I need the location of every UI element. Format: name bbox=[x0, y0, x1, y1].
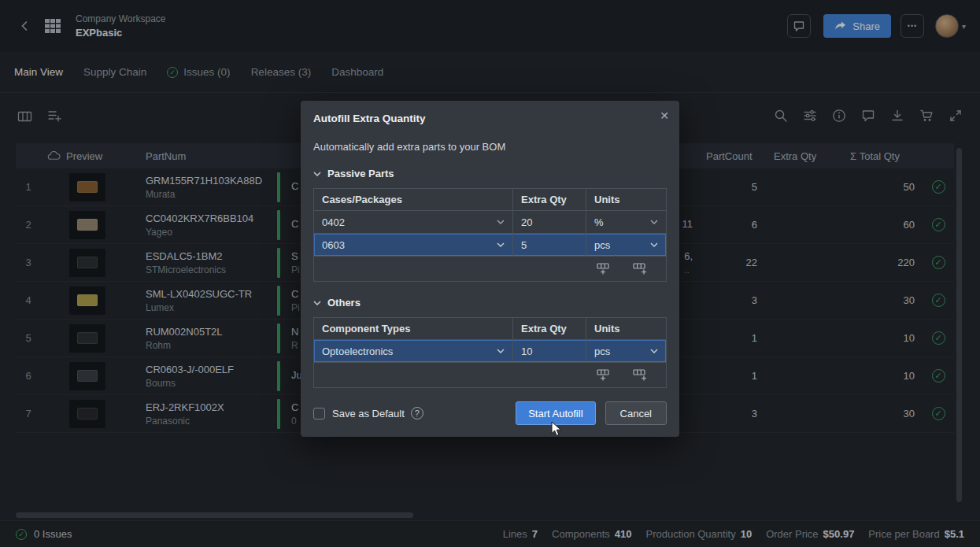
units-select[interactable]: pcs bbox=[586, 234, 666, 256]
passive-row-0603: 0603 5 pcs bbox=[314, 233, 666, 256]
add-row-icon bbox=[633, 263, 647, 275]
close-icon[interactable]: ✕ bbox=[660, 109, 669, 122]
chevron-down-icon bbox=[497, 220, 505, 224]
col-units: Units bbox=[586, 318, 666, 339]
start-autofill-button[interactable]: Start Autofill bbox=[516, 401, 595, 425]
units-select[interactable]: % bbox=[586, 211, 666, 233]
table-header-row: Cases/Packages Extra Qty Units bbox=[314, 189, 666, 210]
units-select[interactable]: pcs bbox=[586, 340, 666, 362]
add-row-toolbar bbox=[314, 256, 666, 281]
table-header-row: Component Types Extra Qty Units bbox=[314, 318, 666, 339]
add-row-button[interactable] bbox=[633, 263, 647, 275]
autofill-dialog: Autofill Extra Quantity ✕ Automatically … bbox=[301, 101, 679, 437]
section-passive-parts[interactable]: Passive Parts bbox=[313, 168, 667, 179]
insert-row-icon bbox=[597, 263, 611, 275]
save-as-default-label: Save as Default bbox=[332, 408, 405, 419]
passive-parts-table: Cases/Packages Extra Qty Units 0402 20 %… bbox=[313, 188, 667, 282]
chevron-down-icon bbox=[313, 301, 321, 305]
others-row-optoelectronics: Optoelectronics 10 pcs bbox=[314, 339, 666, 362]
extra-qty-input[interactable]: 5 bbox=[513, 234, 586, 256]
extra-qty-input[interactable]: 10 bbox=[513, 340, 586, 362]
chevron-down-icon bbox=[497, 242, 505, 247]
chevron-down-icon bbox=[650, 242, 658, 247]
dialog-title: Autofill Extra Quantity bbox=[313, 113, 667, 124]
help-icon[interactable]: ? bbox=[411, 407, 423, 419]
insert-row-button[interactable] bbox=[597, 369, 611, 381]
component-type-select[interactable]: Optoelectronics bbox=[314, 340, 513, 362]
dialog-subtitle: Automatically add extra parts to your BO… bbox=[313, 141, 667, 153]
add-row-button[interactable] bbox=[633, 369, 647, 381]
others-table: Component Types Extra Qty Units Optoelec… bbox=[313, 317, 667, 388]
chevron-down-icon bbox=[650, 220, 658, 224]
col-component-types: Component Types bbox=[314, 318, 513, 339]
col-extra-qty: Extra Qty bbox=[513, 189, 586, 210]
case-select[interactable]: 0402 bbox=[314, 211, 513, 233]
col-cases-packages: Cases/Packages bbox=[314, 189, 513, 210]
add-row-toolbar bbox=[314, 362, 666, 387]
extra-qty-input[interactable]: 20 bbox=[513, 211, 586, 233]
chevron-down-icon bbox=[313, 172, 321, 176]
cancel-button[interactable]: Cancel bbox=[605, 401, 667, 425]
save-as-default-checkbox[interactable] bbox=[313, 408, 325, 419]
section-others[interactable]: Others bbox=[313, 297, 667, 309]
case-select[interactable]: 0603 bbox=[314, 234, 513, 256]
col-units: Units bbox=[586, 189, 666, 210]
insert-row-icon bbox=[597, 369, 611, 381]
col-extra-qty: Extra Qty bbox=[513, 318, 586, 339]
chevron-down-icon bbox=[497, 349, 505, 353]
passive-row-0402: 0402 20 % bbox=[314, 210, 666, 233]
chevron-down-icon bbox=[650, 349, 658, 353]
add-row-icon bbox=[633, 369, 647, 381]
insert-row-button[interactable] bbox=[597, 263, 611, 275]
